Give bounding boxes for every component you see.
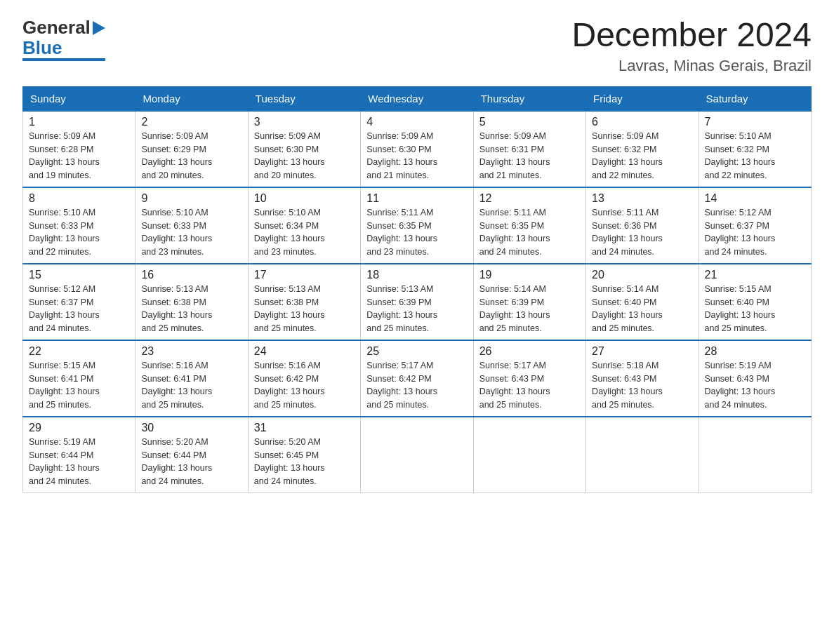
calendar-week-row: 8 Sunrise: 5:10 AMSunset: 6:33 PMDayligh… [23,187,812,264]
table-row: 3 Sunrise: 5:09 AMSunset: 6:30 PMDayligh… [248,111,360,187]
day-info: Sunrise: 5:10 AMSunset: 6:33 PMDaylight:… [141,206,241,259]
day-info: Sunrise: 5:09 AMSunset: 6:29 PMDaylight:… [141,130,241,182]
day-number: 2 [141,116,241,128]
table-row: 21 Sunrise: 5:15 AMSunset: 6:40 PMDaylig… [699,264,811,340]
table-row: 31 Sunrise: 5:20 AMSunset: 6:45 PMDaylig… [248,417,360,493]
day-info: Sunrise: 5:15 AMSunset: 6:41 PMDaylight:… [29,359,129,412]
day-info: Sunrise: 5:15 AMSunset: 6:40 PMDaylight:… [705,283,805,335]
calendar-week-row: 29 Sunrise: 5:19 AMSunset: 6:44 PMDaylig… [23,417,812,493]
day-number: 29 [29,422,129,434]
table-row: 14 Sunrise: 5:12 AMSunset: 6:37 PMDaylig… [699,187,811,264]
day-info: Sunrise: 5:19 AMSunset: 6:44 PMDaylight:… [29,436,129,488]
day-info: Sunrise: 5:13 AMSunset: 6:38 PMDaylight:… [254,283,355,335]
logo: General Blue [22,17,105,61]
logo-text-blue: Blue [22,39,62,57]
table-row: 27 Sunrise: 5:18 AMSunset: 6:43 PMDaylig… [586,340,699,417]
day-info: Sunrise: 5:14 AMSunset: 6:40 PMDaylight:… [592,283,692,335]
day-info: Sunrise: 5:17 AMSunset: 6:43 PMDaylight:… [479,359,580,412]
day-info: Sunrise: 5:19 AMSunset: 6:43 PMDaylight:… [705,359,805,412]
calendar-week-row: 15 Sunrise: 5:12 AMSunset: 6:37 PMDaylig… [23,264,812,340]
table-row: 4 Sunrise: 5:09 AMSunset: 6:30 PMDayligh… [361,111,473,187]
day-info: Sunrise: 5:09 AMSunset: 6:31 PMDaylight:… [479,130,580,182]
day-number: 7 [705,116,805,128]
day-number: 11 [366,192,467,205]
day-number: 27 [592,345,692,358]
day-number: 10 [254,192,355,205]
day-info: Sunrise: 5:10 AMSunset: 6:33 PMDaylight:… [29,206,129,259]
col-friday: Friday [586,86,699,111]
table-row: 9 Sunrise: 5:10 AMSunset: 6:33 PMDayligh… [135,187,248,264]
day-info: Sunrise: 5:10 AMSunset: 6:32 PMDaylight:… [705,130,805,182]
day-info: Sunrise: 5:16 AMSunset: 6:41 PMDaylight:… [141,359,241,412]
table-row: 2 Sunrise: 5:09 AMSunset: 6:29 PMDayligh… [135,111,248,187]
col-thursday: Thursday [473,86,585,111]
table-row: 20 Sunrise: 5:14 AMSunset: 6:40 PMDaylig… [586,264,699,340]
day-number: 24 [254,345,355,358]
logo-triangle-icon [93,21,105,38]
logo-underline [22,58,105,61]
table-row: 8 Sunrise: 5:10 AMSunset: 6:33 PMDayligh… [23,187,135,264]
day-number: 19 [479,269,580,281]
table-row: 5 Sunrise: 5:09 AMSunset: 6:31 PMDayligh… [473,111,585,187]
day-number: 3 [254,116,355,128]
day-info: Sunrise: 5:17 AMSunset: 6:42 PMDaylight:… [366,359,467,412]
table-row: 17 Sunrise: 5:13 AMSunset: 6:38 PMDaylig… [248,264,360,340]
title-area: December 2024 Lavras, Minas Gerais, Braz… [571,17,812,75]
day-number: 16 [141,269,241,281]
day-number: 9 [141,192,241,205]
day-number: 25 [366,345,467,358]
table-row: 30 Sunrise: 5:20 AMSunset: 6:44 PMDaylig… [135,417,248,493]
day-number: 21 [705,269,805,281]
page-subtitle: Lavras, Minas Gerais, Brazil [571,57,812,75]
calendar-week-row: 22 Sunrise: 5:15 AMSunset: 6:41 PMDaylig… [23,340,812,417]
day-number: 17 [254,269,355,281]
table-row: 25 Sunrise: 5:17 AMSunset: 6:42 PMDaylig… [361,340,473,417]
day-info: Sunrise: 5:12 AMSunset: 6:37 PMDaylight:… [705,206,805,259]
day-number: 22 [29,345,129,358]
day-info: Sunrise: 5:11 AMSunset: 6:36 PMDaylight:… [592,206,692,259]
day-info: Sunrise: 5:09 AMSunset: 6:30 PMDaylight:… [366,130,467,182]
day-info: Sunrise: 5:13 AMSunset: 6:39 PMDaylight:… [366,283,467,335]
day-number: 31 [254,422,355,434]
table-row: 26 Sunrise: 5:17 AMSunset: 6:43 PMDaylig… [473,340,585,417]
col-saturday: Saturday [699,86,811,111]
table-row: 13 Sunrise: 5:11 AMSunset: 6:36 PMDaylig… [586,187,699,264]
table-row: 18 Sunrise: 5:13 AMSunset: 6:39 PMDaylig… [361,264,473,340]
day-number: 15 [29,269,129,281]
calendar-week-row: 1 Sunrise: 5:09 AMSunset: 6:28 PMDayligh… [23,111,812,187]
col-tuesday: Tuesday [248,86,360,111]
page-header: General Blue December 2024 Lavras, Minas… [22,17,812,75]
col-monday: Monday [135,86,248,111]
day-info: Sunrise: 5:14 AMSunset: 6:39 PMDaylight:… [479,283,580,335]
table-row: 10 Sunrise: 5:10 AMSunset: 6:34 PMDaylig… [248,187,360,264]
page-title: December 2024 [571,17,812,54]
day-info: Sunrise: 5:12 AMSunset: 6:37 PMDaylight:… [29,283,129,335]
day-info: Sunrise: 5:20 AMSunset: 6:44 PMDaylight:… [141,436,241,488]
table-row: 29 Sunrise: 5:19 AMSunset: 6:44 PMDaylig… [23,417,135,493]
table-row: 23 Sunrise: 5:16 AMSunset: 6:41 PMDaylig… [135,340,248,417]
table-row: 22 Sunrise: 5:15 AMSunset: 6:41 PMDaylig… [23,340,135,417]
table-row: 11 Sunrise: 5:11 AMSunset: 6:35 PMDaylig… [361,187,473,264]
logo-text-general: General [22,17,91,39]
day-number: 13 [592,192,692,205]
table-row [473,417,585,493]
calendar-header-row: Sunday Monday Tuesday Wednesday Thursday… [23,86,812,111]
day-number: 1 [29,116,129,128]
day-info: Sunrise: 5:09 AMSunset: 6:28 PMDaylight:… [29,130,129,182]
day-info: Sunrise: 5:09 AMSunset: 6:30 PMDaylight:… [254,130,355,182]
day-number: 26 [479,345,580,358]
table-row: 28 Sunrise: 5:19 AMSunset: 6:43 PMDaylig… [699,340,811,417]
day-info: Sunrise: 5:10 AMSunset: 6:34 PMDaylight:… [254,206,355,259]
day-number: 4 [366,116,467,128]
day-info: Sunrise: 5:11 AMSunset: 6:35 PMDaylight:… [366,206,467,259]
col-sunday: Sunday [23,86,135,111]
day-info: Sunrise: 5:09 AMSunset: 6:32 PMDaylight:… [592,130,692,182]
day-number: 12 [479,192,580,205]
table-row [586,417,699,493]
table-row [361,417,473,493]
day-info: Sunrise: 5:13 AMSunset: 6:38 PMDaylight:… [141,283,241,335]
day-info: Sunrise: 5:18 AMSunset: 6:43 PMDaylight:… [592,359,692,412]
col-wednesday: Wednesday [361,86,473,111]
day-info: Sunrise: 5:20 AMSunset: 6:45 PMDaylight:… [254,436,355,488]
table-row: 19 Sunrise: 5:14 AMSunset: 6:39 PMDaylig… [473,264,585,340]
